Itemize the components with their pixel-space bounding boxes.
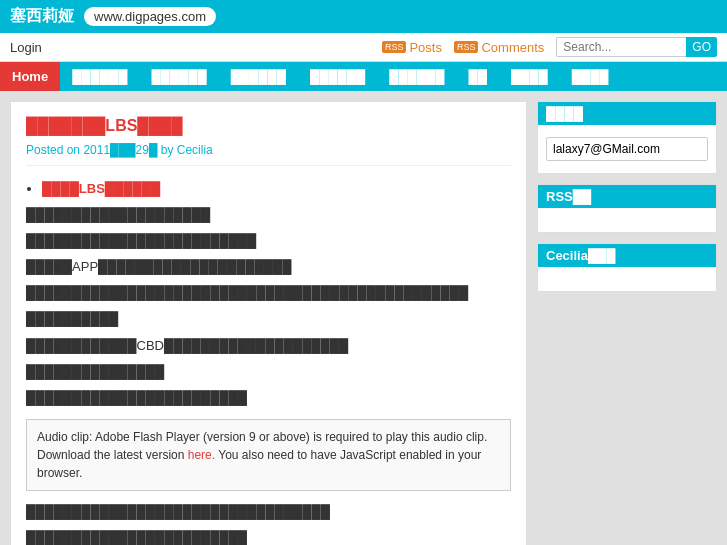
subscribe-widget-title: ████ [538, 102, 716, 125]
subscribe-widget-content [546, 133, 708, 165]
rss-icon-posts: RSS [382, 41, 407, 53]
nav-item-7[interactable]: ████ [499, 62, 560, 91]
post-body: ████LBS██████ ████████████████████ █████… [26, 178, 511, 545]
nav-bar: Home ██████ ██████ ██████ ██████ ██████ … [0, 62, 727, 91]
post-line-3: █████APP█████████████████████ [26, 256, 511, 278]
rss-widget: RSS██ [537, 184, 717, 233]
comments-rss-link[interactable]: RSS Comments [454, 40, 544, 55]
post-line-1: ████████████████████ [26, 204, 511, 226]
top-bar: 塞西莉娅 www.digpages.com [0, 0, 727, 33]
post-bullet: ████LBS██████ [42, 181, 160, 196]
search-button[interactable]: GO [686, 37, 717, 57]
rss-widget-title: RSS██ [538, 185, 716, 208]
cecilia-widget-content [546, 275, 708, 283]
nav-item-5[interactable]: ██████ [377, 62, 456, 91]
main-layout: ███████LBS████ Posted on 2011███29█ by C… [0, 91, 727, 545]
audio-here-link[interactable]: here. [188, 448, 215, 462]
comments-label: Comments [481, 40, 544, 55]
post-line-6: ████████████CBD████████████████████ [26, 335, 511, 357]
post-line-8: ████████████████████████ [26, 387, 511, 409]
post-title: ███████LBS████ [26, 117, 511, 135]
post-meta: Posted on 2011███29█ by Cecilia [26, 143, 511, 166]
nav-item-8[interactable]: ████ [560, 62, 621, 91]
audio-notice: Audio clip: Adobe Flash Player (version … [26, 419, 511, 491]
post-line-5: ██████████ [26, 308, 511, 330]
cecilia-widget: Cecilia███ [537, 243, 717, 292]
login-link-wrapper: Login [10, 40, 42, 55]
site-url: www.digpages.com [84, 7, 216, 26]
nav-item-3[interactable]: ██████ [219, 62, 298, 91]
nav-home[interactable]: Home [0, 62, 60, 91]
after-audio-line-1: █████████████████████████████████ [26, 501, 511, 523]
after-audio-line-2: ████████████████████████ [26, 527, 511, 545]
login-bar-right: RSS Posts RSS Comments GO [382, 37, 717, 57]
subscribe-widget: ████ [537, 101, 717, 174]
email-field[interactable] [546, 137, 708, 161]
rss-icon-comments: RSS [454, 41, 479, 53]
site-title: 塞西莉娅 [10, 6, 74, 27]
nav-item-1[interactable]: ██████ [60, 62, 139, 91]
content-area: ███████LBS████ Posted on 2011███29█ by C… [10, 101, 527, 545]
post-line-4: ████████████████████████████████████████… [26, 282, 511, 304]
sidebar: ████ RSS██ Cecilia███ [537, 101, 717, 545]
nav-item-4[interactable]: ██████ [298, 62, 377, 91]
search-input[interactable] [556, 37, 686, 57]
post-line-2: █████████████████████████ [26, 230, 511, 252]
post-line-7: ███████████████ [26, 361, 511, 383]
search-form: GO [556, 37, 717, 57]
login-bar: Login RSS Posts RSS Comments GO [0, 33, 727, 62]
cecilia-widget-title: Cecilia███ [538, 244, 716, 267]
nav-item-2[interactable]: ██████ [139, 62, 218, 91]
posts-label: Posts [409, 40, 442, 55]
rss-widget-content [546, 216, 708, 224]
login-link[interactable]: Login [10, 40, 42, 55]
nav-item-6[interactable]: ██ [456, 62, 498, 91]
posts-rss-link[interactable]: RSS Posts [382, 40, 442, 55]
